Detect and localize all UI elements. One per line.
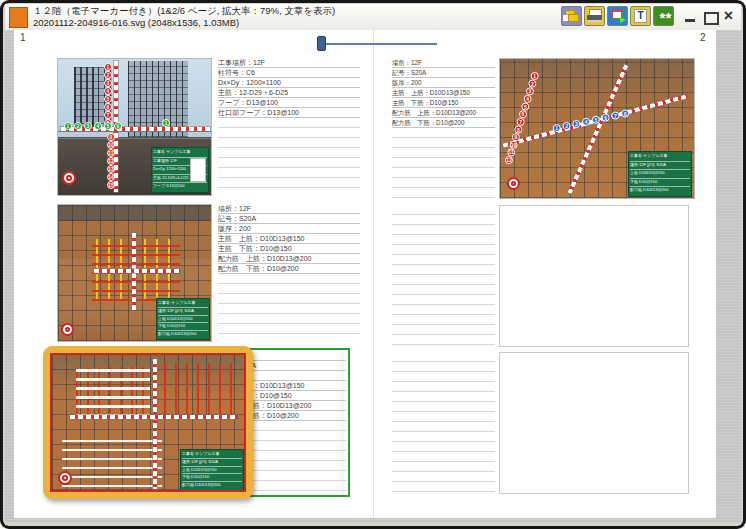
- signboard-rows: 工事名 サンプル工事場所 12F 記号 S20A上筋 D10D13@150下筋 …: [182, 451, 242, 489]
- photo-slab-yellow-red[interactable]: 工事名 サンプル工事場所 12F 記号 S20A上筋 D10D13@150下筋 …: [57, 204, 212, 342]
- construction-signboard: 工事名 サンプル工事場所 12F 記号 S20A上筋 D10D13@150下筋 …: [156, 298, 210, 340]
- page-number-right: 2: [700, 32, 706, 43]
- ruled-lines: [392, 128, 495, 198]
- minimize-button[interactable]: [684, 10, 697, 23]
- spec-block-column: 工事場所：12F柱符号：C6Dx×Dy：1200×1100主筋：12-D29＋6…: [218, 58, 360, 196]
- empty-photo-placeholder: [499, 352, 689, 494]
- signboard-rows: 工事名 サンプル工事場所 12F 記号 S20A上筋 D10D13@150下筋 …: [158, 300, 208, 338]
- measuring-staff-vertical: [153, 359, 157, 489]
- folder-tree-icon[interactable]: [561, 6, 582, 26]
- window-title: １２階（電子マーカー付き）(1&2/6 ページ, 拡大率：79%, 文章を表示)…: [33, 5, 335, 29]
- app-icon: [9, 7, 28, 28]
- white-marker-sticks-upper: [76, 369, 150, 417]
- toolbar: T ×: [561, 6, 739, 26]
- viewer-content: 1 2: [5, 30, 741, 523]
- target-marker-icon: [61, 323, 74, 336]
- spec-fields: 工事場所：12F柱符号：C6Dx×Dy：1200×1100主筋：12-D29＋6…: [218, 58, 360, 118]
- spec-block-slab-right: 場所：12F記号：S20A版厚：200主筋 上筋：D10D13@150主筋 下筋…: [392, 58, 495, 198]
- photo-column-rebar[interactable]: 工事名 サンプル工事工事場所 12FDx×Dy 1200×1100主筋 12-D…: [57, 58, 212, 196]
- target-marker-icon: [58, 471, 72, 485]
- image-export-icon[interactable]: [607, 6, 628, 26]
- window-frame: １２階（電子マーカー付き）(1&2/6 ページ, 拡大率：79%, 文章を表示)…: [3, 3, 743, 526]
- spec-block-slab-1: 場所：12F記号：S20A版厚：200主筋 上筋：D10D13@150主筋 下筋…: [218, 204, 360, 342]
- text-tool-icon[interactable]: T: [630, 6, 651, 26]
- maximize-button[interactable]: [703, 10, 716, 23]
- document-pages: 1 2: [14, 30, 716, 518]
- scaffold-rail: [58, 138, 212, 139]
- page-number-left: 1: [20, 32, 26, 43]
- highlighted-photo-frame[interactable]: 工事名 サンプル工事場所 12F 記号 S20A上筋 D10D13@150下筋 …: [43, 346, 253, 499]
- red-highlight-lines-right: [164, 363, 240, 415]
- close-button[interactable]: ×: [722, 10, 735, 23]
- measuring-staff-horizontal: [94, 269, 180, 273]
- app-window: １２階（電子マーカー付き）(1&2/6 ページ, 拡大率：79%, 文章を表示)…: [0, 0, 746, 529]
- title-line-2: 20201112-204916-016.svg (2048x1536, 1.03…: [33, 17, 335, 29]
- construction-signboard: 工事名 サンプル工事場所 12F 記号 S20A上筋 D10D13@150下筋 …: [180, 449, 244, 491]
- signboard-sketch-box: [190, 158, 206, 182]
- rebar-cage-right: [128, 61, 188, 137]
- title-bar[interactable]: １２階（電子マーカー付き）(1&2/6 ページ, 拡大率：79%, 文章を表示)…: [5, 4, 741, 30]
- red-number-markers-bottom: [107, 133, 115, 189]
- green-number-marker-extra: [162, 119, 172, 127]
- slider-track: [326, 43, 437, 45]
- empty-photo-placeholder: [499, 205, 689, 347]
- photo-slab-diagonal[interactable]: 工事名 サンプル工事場所 12F 記号 S20A上筋 D10D13@150下筋 …: [499, 58, 695, 199]
- ruled-lines-area: [392, 205, 495, 345]
- ruled-lines-area: [392, 352, 495, 492]
- spec-fields: 場所：12F記号：S20A版厚：200主筋 上筋：D10D13@150主筋 下筋…: [392, 58, 495, 128]
- ruled-lines: [218, 274, 360, 342]
- target-marker-icon: [507, 177, 520, 190]
- window-controls: ×: [684, 10, 735, 23]
- settings-gears-icon[interactable]: [653, 6, 674, 26]
- target-marker-icon: [62, 171, 76, 185]
- signboard-rows: 工事名 サンプル工事場所 12F 記号 S20A上筋 D10D13@150下筋 …: [630, 153, 690, 195]
- white-marker-sticks-lower: [62, 439, 162, 487]
- print-icon[interactable]: [584, 6, 605, 26]
- title-line-1: １２階（電子マーカー付き）(1&2/6 ページ, 拡大率：79%, 文章を表示): [33, 5, 335, 17]
- red-number-markers-top: [104, 63, 112, 127]
- construction-signboard: 工事名 サンプル工事場所 12F 記号 S20A上筋 D10D13@150下筋 …: [628, 151, 692, 197]
- scaffold-rail: [58, 131, 212, 132]
- photo-slab-selected[interactable]: 工事名 サンプル工事場所 12F 記号 S20A上筋 D10D13@150下筋 …: [50, 353, 246, 492]
- spec-fields: 場所：12F記号：S20A版厚：200主筋 上筋：D10D13@150主筋 下筋…: [218, 204, 360, 274]
- ruled-lines: [218, 118, 360, 196]
- measuring-staff-horizontal: [70, 415, 238, 419]
- text-tool-label: T: [634, 9, 647, 23]
- construction-signboard: 工事名 サンプル工事工事場所 12FDx×Dy 1200×1100主筋 12-D…: [151, 147, 209, 193]
- page-divider: [373, 30, 374, 518]
- slider-handle[interactable]: [317, 36, 326, 51]
- green-number-markers: [64, 122, 124, 130]
